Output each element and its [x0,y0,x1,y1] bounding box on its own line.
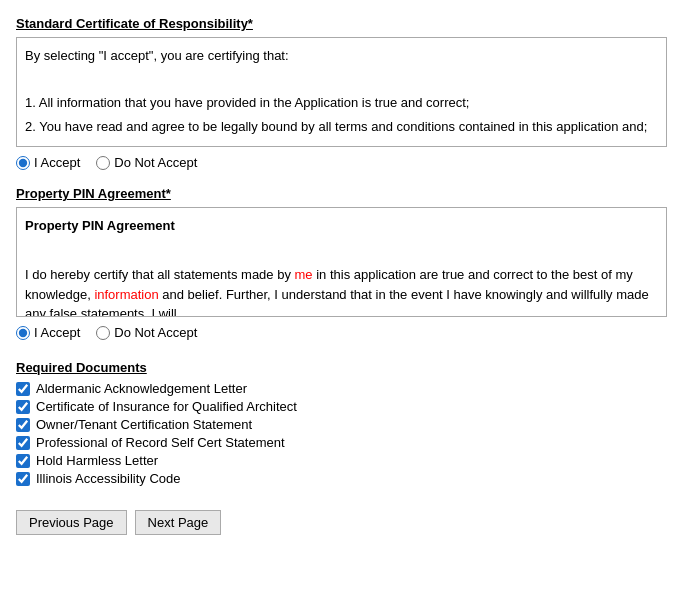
certificate-accept-radio[interactable] [16,156,30,170]
pin-decline-radio[interactable] [96,326,110,340]
pin-agreement-textbox: Property PIN Agreement I do hereby certi… [16,207,667,317]
pin-agreement-title: Property PIN Agreement* [16,186,667,201]
required-doc-item: Owner/Tenant Certification Statement [16,417,667,432]
required-doc-label-5: Illinois Accessibility Code [36,471,181,486]
certificate-content: By selecting "I accept", you are certify… [25,46,658,136]
pin-decline-label[interactable]: Do Not Accept [96,325,197,340]
pin-accept-text: I Accept [34,325,80,340]
pin-accept-radio[interactable] [16,326,30,340]
certificate-accept-label[interactable]: I Accept [16,155,80,170]
pin-accept-label[interactable]: I Accept [16,325,80,340]
previous-page-button[interactable]: Previous Page [16,510,127,535]
certificate-decline-label[interactable]: Do Not Accept [96,155,197,170]
pin-agreement-content: Property PIN Agreement I do hereby certi… [25,216,658,317]
required-docs-title: Required Documents [16,360,667,375]
required-doc-item: Certificate of Insurance for Qualified A… [16,399,667,414]
required-doc-checkbox-4[interactable] [16,454,30,468]
required-doc-item: Aldermanic Acknowledgement Letter [16,381,667,396]
certificate-decline-radio[interactable] [96,156,110,170]
required-doc-label-3: Professional of Record Self Cert Stateme… [36,435,285,450]
certificate-section: Standard Certificate of Responsibility* … [16,16,667,170]
certificate-radio-group: I Accept Do Not Accept [16,155,667,170]
required-doc-label-0: Aldermanic Acknowledgement Letter [36,381,247,396]
certificate-title: Standard Certificate of Responsibility* [16,16,667,31]
required-doc-label-1: Certificate of Insurance for Qualified A… [36,399,297,414]
required-doc-checkbox-1[interactable] [16,400,30,414]
pin-agreement-section: Property PIN Agreement* Property PIN Agr… [16,186,667,340]
pin-radio-group: I Accept Do Not Accept [16,325,667,340]
required-doc-checkbox-5[interactable] [16,472,30,486]
required-docs-section: Required Documents Aldermanic Acknowledg… [16,360,667,486]
required-docs-list: Aldermanic Acknowledgement LetterCertifi… [16,381,667,486]
certificate-accept-text: I Accept [34,155,80,170]
required-doc-label-2: Owner/Tenant Certification Statement [36,417,252,432]
required-doc-checkbox-3[interactable] [16,436,30,450]
next-page-button[interactable]: Next Page [135,510,222,535]
required-doc-checkbox-0[interactable] [16,382,30,396]
certificate-decline-text: Do Not Accept [114,155,197,170]
required-doc-checkbox-2[interactable] [16,418,30,432]
required-doc-item: Professional of Record Self Cert Stateme… [16,435,667,450]
pin-decline-text: Do Not Accept [114,325,197,340]
required-doc-item: Hold Harmless Letter [16,453,667,468]
required-doc-item: Illinois Accessibility Code [16,471,667,486]
certificate-textbox: By selecting "I accept", you are certify… [16,37,667,147]
required-doc-label-4: Hold Harmless Letter [36,453,158,468]
button-row: Previous Page Next Page [16,510,667,535]
pin-bold-title: Property PIN Agreement [25,216,658,236]
